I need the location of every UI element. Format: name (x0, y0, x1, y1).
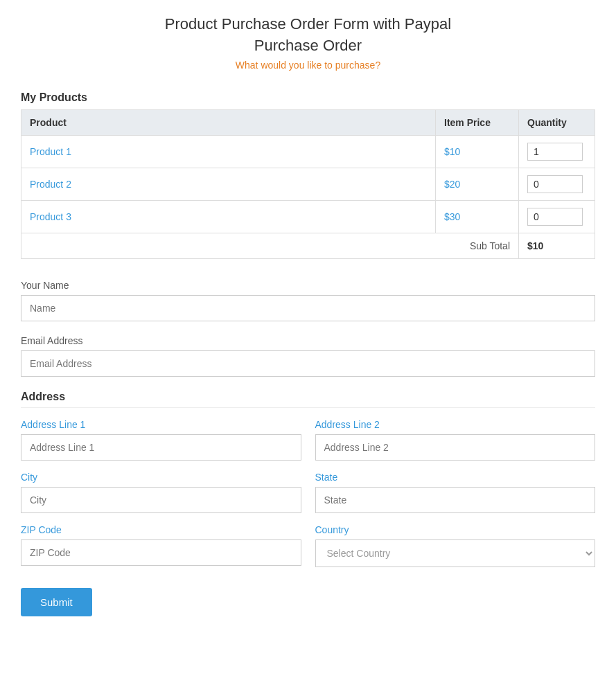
address-row-2: City State (21, 472, 595, 513)
state-field: State (315, 472, 596, 513)
address-line2-input[interactable] (315, 434, 596, 461)
country-select[interactable]: Select Country United States United King… (315, 539, 596, 567)
name-input[interactable] (21, 295, 595, 321)
quantity-cell (519, 168, 595, 200)
item-price: $30 (436, 200, 519, 233)
col-header-price: Item Price (436, 109, 519, 135)
subtotal-label: Sub Total (21, 233, 519, 258)
quantity-input[interactable] (527, 208, 583, 226)
address-row-1: Address Line 1 Address Line 2 (21, 419, 595, 461)
col-header-quantity: Quantity (519, 109, 595, 135)
email-input[interactable] (21, 350, 595, 377)
address-line2-label: Address Line 2 (315, 419, 596, 430)
city-label: City (21, 472, 301, 483)
zip-input[interactable] (21, 539, 301, 566)
address-section-title: Address (21, 391, 595, 408)
address-line1-label: Address Line 1 (21, 419, 301, 430)
col-header-product: Product (21, 109, 436, 135)
table-row: Product 3 $30 (21, 200, 595, 233)
zip-label: ZIP Code (21, 524, 301, 535)
zip-field: ZIP Code (21, 524, 301, 567)
email-section: Email Address (21, 335, 595, 377)
submit-button[interactable]: Submit (21, 588, 92, 616)
product-name: Product 2 (21, 168, 436, 200)
address-line1-input[interactable] (21, 434, 301, 461)
page-subtitle: What would you like to purchase? (21, 60, 595, 71)
item-price: $10 (436, 135, 519, 168)
name-section: Your Name (21, 280, 595, 321)
address-section: Address Address Line 1 Address Line 2 Ci… (21, 391, 595, 567)
address-row-3: ZIP Code Country Select Country United S… (21, 524, 595, 567)
quantity-cell (519, 200, 595, 233)
product-name: Product 1 (21, 135, 436, 168)
table-row: Product 1 $10 (21, 135, 595, 168)
subtotal-value: $10 (519, 233, 595, 258)
quantity-input[interactable] (527, 175, 583, 193)
address-line1-field: Address Line 1 (21, 419, 301, 461)
products-section-title: My Products (21, 91, 595, 104)
name-label: Your Name (21, 280, 595, 291)
table-row: Product 2 $20 (21, 168, 595, 200)
country-field: Country Select Country United States Uni… (315, 524, 596, 567)
state-input[interactable] (315, 487, 596, 513)
product-name: Product 3 (21, 200, 436, 233)
address-line2-field: Address Line 2 (315, 419, 596, 461)
item-price: $20 (436, 168, 519, 200)
page-title: Product Purchase Order Form with Paypal … (21, 14, 595, 57)
products-table: Product Item Price Quantity Product 1 $1… (21, 109, 595, 259)
country-label: Country (315, 524, 596, 535)
city-field: City (21, 472, 301, 513)
quantity-cell (519, 135, 595, 168)
city-input[interactable] (21, 487, 301, 513)
products-section: My Products Product Item Price Quantity … (21, 91, 595, 259)
quantity-input[interactable] (527, 143, 583, 161)
email-label: Email Address (21, 335, 595, 346)
state-label: State (315, 472, 596, 483)
page-header: Product Purchase Order Form with Paypal … (21, 14, 595, 71)
